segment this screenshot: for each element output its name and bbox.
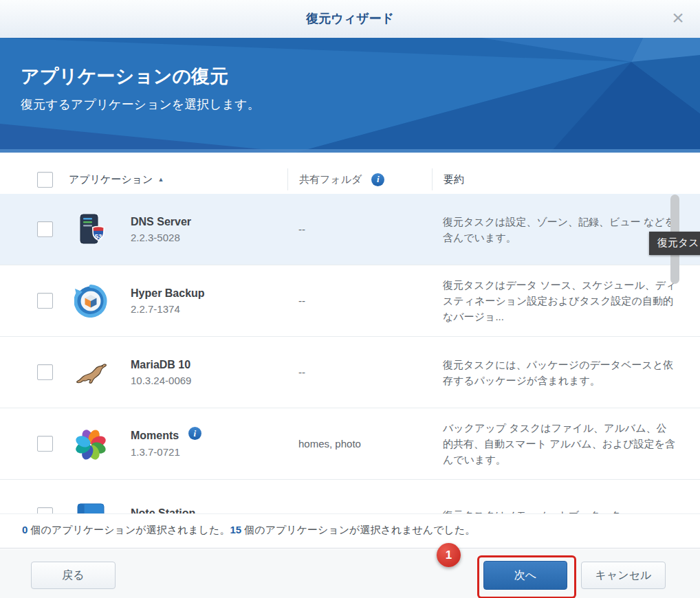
app-version: 1.3.7-0721 — [131, 446, 201, 458]
table-row[interactable]: Note Station 復元タスクはメモ、ノートブック、タ — [0, 480, 700, 513]
column-label-summary: 要約 — [444, 173, 464, 186]
row-checkbox[interactable] — [37, 507, 53, 513]
table-body: 53 DNS Server 2.2.3-5028 -- 復元タスクは設定、ゾーン… — [0, 194, 700, 513]
row-checkbox[interactable] — [37, 436, 53, 452]
app-version: 2.2.3-5028 — [131, 232, 191, 243]
dns-server-icon: 53 — [74, 213, 107, 246]
column-label-shared-folder: 共有フォルダ — [299, 173, 362, 186]
banner-subtitle: 復元するアプリケーションを選択します。 — [21, 96, 259, 113]
summary-text: 復元タスクには、パッケージのデータベースと依存するパッケージが含まれます。 — [443, 357, 677, 388]
app-text: MariaDB 10 10.3.24-0069 — [131, 359, 191, 386]
table-row[interactable]: Moments i 1.3.7-0721 homes, photo バックアップ… — [0, 408, 700, 480]
status-bar: 0 個のアプリケーションが選択されました。15 個のアプリケーションが選択されま… — [0, 513, 700, 549]
annotation-step-badge: 1 — [437, 543, 461, 567]
row-checkbox[interactable] — [37, 221, 53, 237]
dialog-title: 復元ウィザード — [0, 10, 700, 27]
application-cell: MariaDB 10 10.3.24-0069 — [69, 356, 287, 389]
column-header-summary[interactable]: 要約 — [432, 168, 700, 190]
unselected-count: 15 — [230, 524, 241, 535]
app-name: Note Station — [131, 507, 195, 513]
shared-folder-cell: homes, photo — [287, 438, 432, 450]
app-version: 10.3.24-0069 — [131, 375, 191, 386]
summary-cell: バックアップ タスクはファイル、アルバム、公的共有、自動スマート アルバム、およ… — [432, 420, 700, 467]
shared-folder-cell: -- — [287, 366, 432, 378]
app-version: 2.2.7-1374 — [131, 303, 205, 315]
summary-text: バックアップ タスクはファイル、アルバム、公的共有、自動スマート アルバム、およ… — [443, 420, 677, 467]
row-check-cell — [21, 364, 69, 380]
info-icon[interactable]: i — [188, 427, 201, 440]
selected-label: 個のアプリケーションが選択されました。 — [28, 524, 230, 535]
unselected-label: 個のアプリケーションが選択されませんでした。 — [241, 524, 475, 535]
cancel-button[interactable]: キャンセル — [581, 562, 666, 589]
note-station-icon — [74, 499, 107, 514]
select-all-checkbox[interactable] — [37, 172, 53, 188]
summary-cell: 復元タスクには、パッケージのデータベースと依存するパッケージが含まれます。 — [432, 357, 700, 388]
application-cell: Note Station — [69, 499, 287, 514]
moments-icon — [74, 428, 107, 461]
summary-text: 復元タスクはデータ ソース、スケジュール、ディスティネーション設定およびタスク設… — [443, 277, 677, 324]
app-text: Hyper Backup 2.2.7-1374 — [131, 287, 205, 315]
button-bar: 戻る 次へ 1 キャンセル — [0, 549, 700, 598]
titlebar: 復元ウィザード × — [0, 0, 700, 38]
shared-folder-value: -- — [298, 223, 305, 235]
sort-asc-icon: ▲ — [157, 176, 164, 183]
column-header-application[interactable]: アプリケーション ▲ — [69, 168, 287, 190]
shared-folder-value: -- — [298, 366, 305, 378]
shared-folder-cell: -- — [287, 223, 432, 235]
app-name: Moments — [131, 430, 179, 441]
app-text: Moments i 1.3.7-0721 — [131, 430, 201, 458]
back-button[interactable]: 戻る — [31, 562, 116, 589]
table-row[interactable]: 53 DNS Server 2.2.3-5028 -- 復元タスクは設定、ゾーン… — [0, 194, 700, 265]
row-check-cell — [21, 221, 69, 237]
column-label-application: アプリケーション — [69, 173, 153, 186]
application-cell: Moments i 1.3.7-0721 — [69, 428, 287, 461]
row-check-cell — [21, 507, 69, 513]
shared-folder-cell: -- — [287, 295, 432, 307]
app-name: Hyper Backup — [131, 287, 205, 299]
shared-folder-value: homes, photo — [298, 438, 361, 450]
select-all-cell — [21, 168, 69, 190]
table-row[interactable]: Hyper Backup 2.2.7-1374 -- 復元タスクはデータ ソース… — [0, 265, 700, 337]
shared-folder-value: -- — [298, 295, 305, 307]
banner: アプリケーションの復元 復元するアプリケーションを選択します。 — [0, 38, 700, 153]
application-cell: 53 DNS Server 2.2.3-5028 — [69, 213, 287, 246]
next-button[interactable]: 次へ — [483, 561, 567, 590]
column-header-shared-folder[interactable]: 共有フォルダ i — [287, 168, 432, 190]
summary-text: 復元タスクは設定、ゾーン、記録、ビュー などを含んでいます。 — [443, 214, 677, 245]
banner-title: アプリケーションの復元 — [21, 64, 228, 89]
row-checkbox[interactable] — [37, 293, 53, 309]
info-icon[interactable]: i — [371, 173, 384, 186]
hyper-backup-icon — [74, 285, 107, 318]
row-check-cell — [21, 436, 69, 452]
app-text: DNS Server 2.2.3-5028 — [131, 216, 191, 243]
app-text: Note Station — [131, 507, 195, 513]
row-checkbox[interactable] — [37, 364, 53, 380]
row-check-cell — [21, 293, 69, 309]
table-header: アプリケーション ▲ 共有フォルダ i 要約 — [0, 165, 700, 195]
app-name: MariaDB 10 — [131, 359, 190, 370]
summary-text: 復元タスクはメモ、ノートブック、タ — [443, 507, 677, 513]
application-cell: Hyper Backup 2.2.7-1374 — [69, 285, 287, 318]
table-row[interactable]: MariaDB 10 10.3.24-0069 -- 復元タスクには、パッケージ… — [0, 337, 700, 408]
mariadb-icon — [74, 356, 107, 389]
summary-cell: 復元タスクはデータ ソース、スケジュール、ディスティネーション設定およびタスク設… — [432, 277, 700, 324]
close-icon[interactable]: × — [667, 5, 689, 30]
svg-text:53: 53 — [95, 232, 102, 239]
banner-facet-background — [0, 38, 700, 153]
summary-cell: 復元タスクはメモ、ノートブック、タ — [432, 507, 700, 513]
tooltip: 復元タス — [649, 232, 700, 255]
restore-wizard-dialog: 復元ウィザード × アプリケーションの復元 復元するアプリケーションを選択します… — [0, 0, 700, 598]
app-name: DNS Server — [131, 216, 191, 228]
